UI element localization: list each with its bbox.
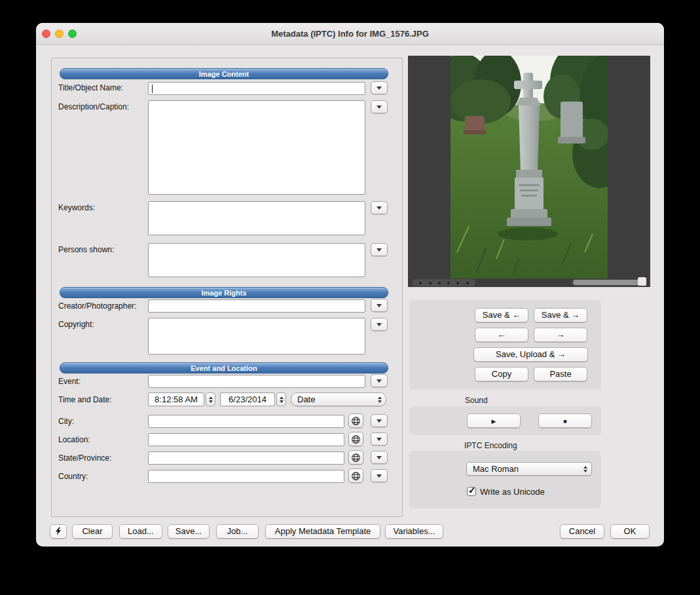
cemetery-photo-image bbox=[451, 56, 608, 278]
page-dot[interactable] bbox=[429, 282, 432, 284]
date-stepper[interactable] bbox=[276, 393, 286, 406]
keywords-textarea[interactable] bbox=[148, 201, 365, 235]
save-upload-next-button[interactable]: Save, Upload & → bbox=[473, 347, 588, 362]
description-textarea[interactable] bbox=[148, 100, 365, 195]
title-bar[interactable]: Metadata (IPTC) Info for IMG_1576.JPG bbox=[36, 23, 664, 45]
iptc-encoding-label: IPTC Encoding bbox=[464, 441, 517, 450]
keywords-label: Keywords: bbox=[58, 203, 95, 212]
chevron-down-icon bbox=[377, 304, 382, 307]
previous-button[interactable]: ← bbox=[475, 328, 528, 342]
globe-icon bbox=[351, 434, 361, 444]
globe-icon bbox=[351, 453, 361, 463]
date-input[interactable]: 6/23/2014 bbox=[220, 393, 275, 406]
description-dropdown-button[interactable] bbox=[371, 100, 388, 113]
photo-thumbnail bbox=[451, 56, 608, 278]
title-dropdown-button[interactable] bbox=[371, 81, 388, 94]
title-label: Title/Object Name: bbox=[58, 83, 123, 92]
country-dropdown-button[interactable] bbox=[371, 469, 388, 482]
chevron-down-icon bbox=[377, 248, 382, 252]
location-dropdown-button[interactable] bbox=[371, 432, 388, 446]
persons-dropdown-button[interactable] bbox=[371, 243, 388, 256]
state-label: State/Province: bbox=[58, 453, 111, 463]
flash-actions-button[interactable] bbox=[50, 524, 67, 539]
title-input[interactable] bbox=[148, 82, 365, 95]
country-input[interactable] bbox=[148, 470, 344, 483]
apply-metadata-template-button[interactable]: Apply Metadata Template bbox=[265, 524, 380, 539]
event-input[interactable] bbox=[148, 375, 365, 388]
paste-button[interactable]: Paste bbox=[534, 367, 587, 381]
text-caret bbox=[152, 85, 153, 93]
city-input[interactable] bbox=[148, 415, 344, 428]
preview-resize-handle[interactable] bbox=[638, 277, 646, 286]
country-lookup-button[interactable] bbox=[348, 469, 363, 483]
description-label: Description/Caption: bbox=[58, 102, 129, 111]
filmstrip-page-dots[interactable] bbox=[413, 279, 475, 286]
save-navigation-group: Save & ← Save & → ← → Save, Upload & → C… bbox=[409, 300, 601, 390]
preview-scrollbar[interactable] bbox=[572, 279, 646, 286]
section-header-image-content: Image Content bbox=[60, 68, 388, 79]
check-icon: ✓ bbox=[468, 485, 476, 495]
time-date-label: Time and Date: bbox=[58, 395, 112, 404]
sound-play-button[interactable]: ▶ bbox=[467, 413, 521, 428]
preview-scrollbar-thumb[interactable] bbox=[573, 280, 642, 285]
iptc-encoding-select[interactable]: Mac Roman bbox=[466, 462, 592, 476]
copyright-dropdown-button[interactable] bbox=[371, 318, 388, 331]
city-lookup-button[interactable] bbox=[348, 413, 363, 428]
page-dot[interactable] bbox=[466, 282, 469, 284]
city-dropdown-button[interactable] bbox=[371, 414, 388, 427]
sound-stop-button[interactable]: ■ bbox=[538, 413, 592, 428]
section-header-image-rights: Image Rights bbox=[60, 287, 388, 298]
state-dropdown-button[interactable] bbox=[371, 451, 388, 464]
window-title: Metadata (IPTC) Info for IMG_1576.JPG bbox=[36, 29, 664, 39]
page-dot[interactable] bbox=[447, 282, 450, 284]
variables-button[interactable]: Variables... bbox=[385, 524, 443, 539]
save-and-previous-button[interactable]: Save & ← bbox=[475, 308, 528, 322]
state-input[interactable] bbox=[148, 451, 344, 465]
lightning-bolt-icon bbox=[56, 527, 62, 535]
save-button[interactable]: Save... bbox=[168, 524, 210, 539]
state-lookup-button[interactable] bbox=[348, 450, 363, 465]
write-as-unicode-checkbox[interactable]: ✓ bbox=[467, 487, 476, 496]
copyright-textarea[interactable] bbox=[148, 318, 365, 355]
sound-label: Sound bbox=[465, 396, 488, 405]
iptc-encoding-value: Mac Roman bbox=[473, 464, 519, 474]
clear-button[interactable]: Clear bbox=[72, 524, 113, 539]
write-as-unicode-label: Write as Unicode bbox=[480, 487, 545, 497]
keywords-dropdown-button[interactable] bbox=[371, 201, 388, 214]
creator-label: Creator/Photographer: bbox=[58, 301, 136, 311]
stepper-up-icon bbox=[280, 396, 284, 399]
persons-textarea[interactable] bbox=[148, 243, 365, 277]
time-input[interactable]: 8:12:58 AM bbox=[148, 393, 204, 406]
event-dropdown-button[interactable] bbox=[371, 374, 388, 387]
chevron-down-icon bbox=[377, 323, 382, 326]
play-icon: ▶ bbox=[492, 418, 496, 425]
page-dot[interactable] bbox=[456, 282, 459, 284]
cancel-button[interactable]: Cancel bbox=[560, 524, 604, 539]
ok-button[interactable]: OK bbox=[610, 524, 650, 539]
image-preview-area bbox=[408, 56, 650, 287]
persons-label: Persons shown: bbox=[58, 245, 114, 254]
sound-group: ▶ ■ bbox=[409, 406, 601, 435]
time-stepper[interactable] bbox=[206, 393, 215, 406]
load-button[interactable]: Load... bbox=[119, 524, 162, 539]
iptc-form-panel: Image Content Title/Object Name: Descrip… bbox=[51, 58, 403, 517]
job-button[interactable]: Job... bbox=[216, 524, 259, 539]
chevron-down-icon bbox=[377, 474, 382, 478]
chevron-down-icon bbox=[377, 106, 382, 109]
creator-input[interactable] bbox=[148, 299, 365, 313]
chevron-down-icon bbox=[377, 86, 382, 90]
page-dot[interactable] bbox=[438, 282, 441, 284]
save-and-next-button[interactable]: Save & → bbox=[534, 308, 587, 322]
event-label: Event: bbox=[58, 377, 81, 386]
copy-button[interactable]: Copy bbox=[475, 367, 528, 381]
location-input[interactable] bbox=[148, 433, 344, 446]
location-lookup-button[interactable] bbox=[348, 432, 363, 446]
popup-arrows-icon bbox=[583, 463, 587, 475]
date-mode-select[interactable]: Date bbox=[291, 393, 386, 406]
metadata-dialog-window: Metadata (IPTC) Info for IMG_1576.JPG Im… bbox=[36, 23, 664, 547]
next-button[interactable]: → bbox=[534, 328, 587, 342]
section-header-event-location: Event and Location bbox=[60, 362, 388, 374]
page-dot[interactable] bbox=[419, 282, 422, 284]
creator-dropdown-button[interactable] bbox=[371, 299, 388, 312]
city-label: City: bbox=[58, 417, 74, 426]
